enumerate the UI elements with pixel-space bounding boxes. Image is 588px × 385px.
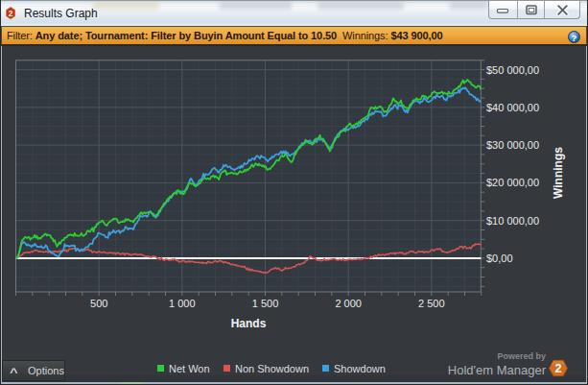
svg-text:2 000: 2 000	[335, 298, 362, 309]
svg-text:Winnings: Winnings	[552, 147, 565, 199]
svg-text:$0,00: $0,00	[486, 253, 513, 264]
svg-text:2: 2	[554, 361, 561, 375]
svg-text:$30 000,00: $30 000,00	[486, 139, 539, 151]
svg-text:$40 000,00: $40 000,00	[486, 102, 539, 113]
svg-text:1 000: 1 000	[169, 298, 196, 309]
svg-text:2 500: 2 500	[418, 298, 445, 309]
svg-text:$50 000,00: $50 000,00	[486, 64, 539, 76]
svg-text:500: 500	[90, 298, 107, 309]
svg-text:2: 2	[9, 9, 13, 18]
svg-text:$10 000,00: $10 000,00	[486, 215, 539, 227]
svg-text:$20 000,00: $20 000,00	[486, 177, 539, 188]
svg-text:1 500: 1 500	[252, 298, 279, 309]
svg-text:Hands: Hands	[231, 317, 267, 330]
